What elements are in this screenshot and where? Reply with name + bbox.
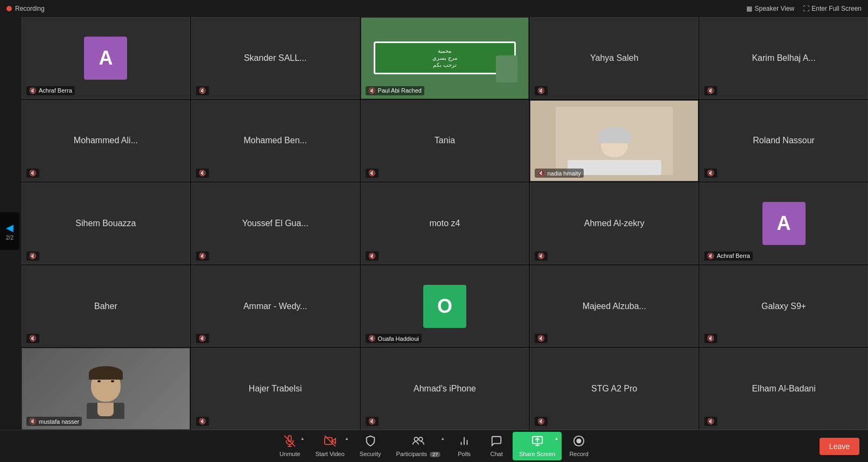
mute-icon: 🔇 (537, 170, 545, 177)
mute-icon: 🔇 (537, 418, 545, 425)
mute-icon: 🔇 (199, 87, 206, 94)
mute-icon: 🔇 (368, 253, 376, 260)
participant-name: Hajer Trabelsi (244, 384, 306, 394)
participant-label: 🔇 (196, 417, 209, 426)
mute-icon: 🔇 (368, 170, 376, 177)
participant-label: 🔇 (26, 251, 39, 261)
participant-tile: Galaxy S9+ 🔇 (699, 265, 868, 347)
record-icon (573, 435, 585, 450)
participant-name: Sihem Bouazza (71, 219, 140, 228)
participant-tile: O 🔇 Ouafa Haddioui (361, 265, 529, 347)
participant-label: 🔇 (535, 251, 548, 261)
participant-name: Karim Belhaj A... (747, 53, 820, 63)
participant-tile: Baher 🔇 (22, 265, 190, 347)
svg-point-16 (577, 439, 580, 443)
participant-name: Tania (430, 136, 459, 145)
mute-icon: 🔇 (29, 335, 37, 342)
participant-label: 🔇 (704, 334, 717, 343)
participant-name: Ahmad's iPhone (409, 384, 480, 394)
recording-indicator: Recording (6, 5, 45, 12)
mute-icon: 🔇 (368, 418, 376, 425)
bottom-toolbar: Unmute ▲ Start Video ▲ Security (0, 430, 868, 462)
avatar: A (84, 37, 127, 80)
polls-label: Polls (458, 451, 471, 457)
svg-point-6 (414, 437, 418, 441)
left-arrow-icon: ◀ (6, 222, 13, 234)
polls-icon (458, 435, 470, 450)
participant-name: Yahya Saleh (586, 53, 643, 63)
chat-button[interactable]: Chat (480, 432, 513, 460)
top-right-controls: ▦ Speaker View ⛶ Enter Full Screen (746, 5, 862, 12)
share-screen-button[interactable]: Share Screen ▲ (513, 432, 562, 460)
fullscreen-btn[interactable]: ⛶ Enter Full Screen (803, 5, 862, 12)
mute-icon: 🔇 (29, 87, 37, 94)
mute-icon: 🔇 (368, 335, 376, 342)
participant-label: 🔇 (366, 251, 379, 261)
participant-name: Achraf Berra (717, 253, 750, 259)
security-button[interactable]: Security (352, 432, 389, 460)
participant-tile: Youssef El Gua... 🔇 (191, 183, 360, 264)
participant-tile: 🔇 nadia hmaity (530, 100, 698, 182)
record-label: Record (569, 451, 588, 457)
participant-tile: 🔇 mustafa nasser (22, 348, 190, 430)
participant-name: Skander SALL... (240, 53, 311, 63)
participant-tile: Skander SALL... 🔇 (191, 17, 360, 99)
unmute-button[interactable]: Unmute ▲ (272, 432, 308, 460)
speaker-view-btn[interactable]: ▦ Speaker View (746, 5, 794, 12)
unmute-label: Unmute (279, 451, 300, 457)
microphone-muted-icon (284, 435, 296, 450)
participant-label: 🔇 (704, 86, 717, 95)
svg-marker-3 (332, 438, 335, 443)
participant-label: 🔇 Achraf Berra (704, 251, 753, 261)
participant-label: 🔇 (196, 86, 209, 95)
participants-button[interactable]: Participants 27 ▲ (389, 432, 449, 460)
participant-name: Mohammed Ali... (69, 136, 142, 145)
video-chevron-icon[interactable]: ▲ (345, 436, 349, 441)
participants-chevron-icon[interactable]: ▲ (440, 436, 445, 441)
participant-label: 🔇 (535, 86, 548, 95)
polls-button[interactable]: Polls (448, 432, 480, 460)
participant-label: 🔇 (196, 334, 209, 343)
mute-icon: 🔇 (707, 87, 715, 94)
participant-name: Galaxy S9+ (757, 302, 810, 311)
participant-tile: Ahmad's iPhone 🔇 (361, 348, 529, 430)
mute-icon: 🔇 (537, 253, 545, 260)
participant-tile: Yahya Saleh 🔇 (530, 17, 698, 99)
participants-icon (412, 435, 425, 450)
recording-label: Recording (15, 5, 45, 12)
participant-label: 🔇 (535, 334, 548, 343)
participant-name: Majeed Alzuba... (578, 302, 650, 311)
participant-tile: Tania 🔇 (361, 100, 529, 182)
participant-tile: Ahmed Al-zekry 🔇 (530, 183, 698, 264)
participant-label: 🔇 (196, 169, 209, 178)
leave-button[interactable]: Leave (820, 438, 859, 455)
participant-tile: محميةمرج بسريترحب بكم 🔇 Paul Abi Rached (361, 17, 529, 99)
mute-icon: 🔇 (199, 253, 206, 260)
participant-name: Baher (90, 302, 122, 311)
participant-tile: STG A2 Pro 🔇 (530, 348, 698, 430)
participant-label: 🔇 Achraf Berra (26, 86, 75, 95)
prev-page-button[interactable]: ◀ 2/2 (0, 212, 19, 250)
share-screen-label: Share Screen (519, 451, 555, 457)
participant-tile: A 🔇 Achraf Berra (22, 17, 190, 99)
speaker-view-icon: ▦ (746, 5, 752, 12)
top-bar: Recording ▦ Speaker View ⛶ Enter Full Sc… (0, 0, 868, 17)
participant-tile: Karim Belhaj A... 🔇 (699, 17, 868, 99)
participant-label: 🔇 (26, 169, 39, 178)
participant-label: 🔇 (535, 417, 548, 426)
participant-label: 🔇 (704, 169, 717, 178)
participant-label: 🔇 (196, 251, 209, 261)
start-video-label: Start Video (316, 451, 345, 457)
security-label: Security (360, 451, 381, 457)
participant-tile: A 🔇 Achraf Berra (699, 183, 868, 264)
record-button[interactable]: Record (562, 432, 596, 460)
unmute-chevron-icon[interactable]: ▲ (300, 436, 305, 441)
mute-icon: 🔇 (29, 418, 37, 425)
recording-dot (6, 6, 12, 11)
mute-icon: 🔇 (707, 418, 715, 425)
fullscreen-icon: ⛶ (803, 5, 809, 12)
start-video-button[interactable]: Start Video ▲ (308, 432, 352, 460)
participant-name: STG A2 Pro (587, 384, 641, 394)
share-screen-chevron-icon[interactable]: ▲ (555, 436, 559, 441)
participant-label: 🔇 Ouafa Haddioui (366, 334, 422, 343)
